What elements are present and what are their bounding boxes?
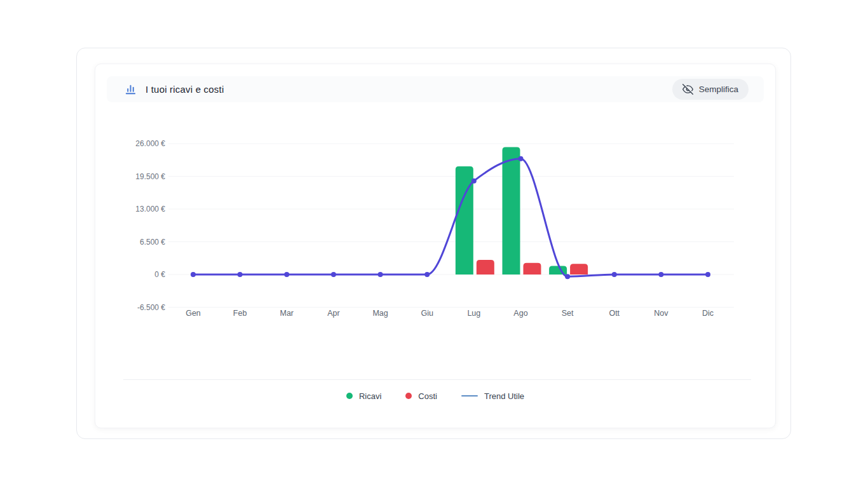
page: I tuoi ricavi e costi Semplifica 26.000 …: [0, 0, 868, 488]
svg-text:-6.500 €: -6.500 €: [137, 303, 165, 312]
svg-text:13.000 €: 13.000 €: [135, 205, 165, 214]
svg-text:Apr: Apr: [327, 309, 339, 318]
revenue-costs-card: I tuoi ricavi e costi Semplifica 26.000 …: [95, 64, 776, 428]
svg-text:Mar: Mar: [280, 309, 294, 318]
eye-off-icon: [682, 84, 693, 95]
svg-text:0 €: 0 €: [154, 270, 165, 279]
svg-text:Gen: Gen: [186, 309, 201, 318]
legend-item-ricavi[interactable]: Ricavi: [346, 391, 381, 401]
simplify-label: Semplifica: [699, 85, 738, 94]
svg-text:19.500 €: 19.500 €: [135, 172, 165, 181]
legend-item-trend-utile[interactable]: Trend Utile: [461, 391, 524, 401]
svg-text:Lug: Lug: [467, 309, 480, 318]
svg-text:6.500 €: 6.500 €: [140, 238, 165, 247]
chart-legend: Ricavi Costi Trend Utile: [95, 386, 775, 406]
trend-line-marker: [461, 395, 478, 397]
card-header: I tuoi ricavi e costi Semplifica: [107, 76, 764, 102]
legend-label: Trend Utile: [484, 391, 524, 401]
card-title: I tuoi ricavi e costi: [146, 84, 224, 95]
simplify-button[interactable]: Semplifica: [672, 79, 749, 100]
svg-text:26.000 €: 26.000 €: [135, 139, 165, 148]
legend-label: Ricavi: [359, 391, 381, 401]
bar-chart-icon: [125, 83, 137, 95]
svg-text:Dic: Dic: [702, 309, 714, 318]
svg-text:Mag: Mag: [372, 309, 388, 318]
card-title-group: I tuoi ricavi e costi: [125, 83, 224, 95]
svg-text:Set: Set: [562, 309, 574, 318]
chart-svg: 26.000 €19.500 €13.000 €6.500 €0 €-6.500…: [121, 128, 743, 325]
costi-dot-marker: [405, 393, 412, 399]
ricavi-dot-marker: [346, 393, 353, 399]
svg-text:Ago: Ago: [513, 309, 527, 318]
svg-text:Nov: Nov: [654, 309, 668, 318]
dashboard-panel: I tuoi ricavi e costi Semplifica 26.000 …: [76, 48, 791, 439]
legend-label: Costi: [418, 391, 437, 401]
svg-text:Feb: Feb: [233, 309, 247, 318]
legend-item-costi[interactable]: Costi: [405, 391, 437, 401]
svg-text:Ott: Ott: [609, 309, 620, 318]
svg-text:Giu: Giu: [421, 309, 433, 318]
legend-divider: [123, 379, 751, 380]
